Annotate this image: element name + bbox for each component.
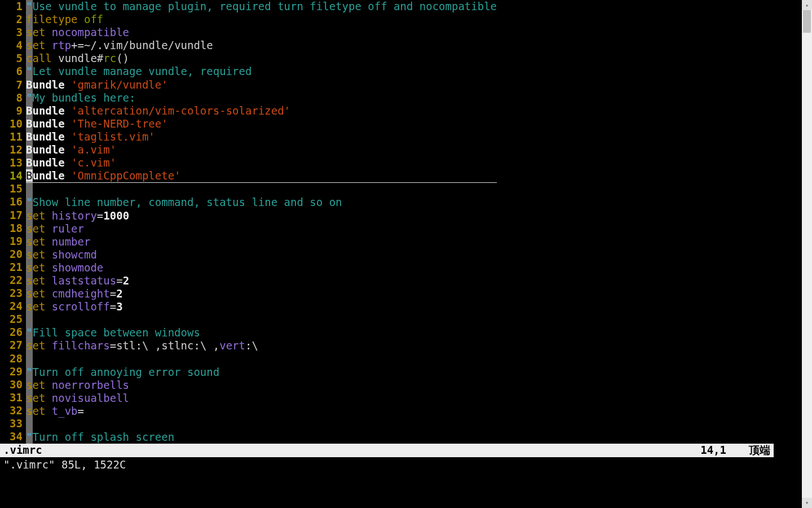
code-line[interactable]: set t_vb= bbox=[26, 405, 497, 418]
token-text bbox=[65, 143, 71, 156]
line-number: 10 bbox=[0, 117, 26, 130]
code-line[interactable]: "Show line number, command, status line … bbox=[26, 196, 497, 209]
editor-viewport[interactable]: 1234567891011121314151617181920212223242… bbox=[0, 0, 774, 508]
code-line[interactable]: "Fill space between windows bbox=[26, 326, 497, 339]
token-white: Bundle bbox=[26, 104, 65, 117]
code-line[interactable] bbox=[26, 313, 497, 326]
token-white: Bundle bbox=[26, 156, 65, 169]
code-line[interactable]: "Turn off splash screen bbox=[26, 431, 497, 444]
token-comment: Turn off annoying error sound bbox=[32, 366, 219, 378]
token-key: set bbox=[26, 392, 45, 404]
code-line[interactable] bbox=[26, 418, 497, 431]
code-line[interactable]: call vundle#rc() bbox=[26, 52, 497, 65]
token-quote: " bbox=[26, 366, 32, 378]
line-number: 13 bbox=[0, 156, 26, 169]
code-line[interactable]: Bundle 'OmniCppComplete'B bbox=[26, 169, 497, 183]
token-text bbox=[65, 169, 71, 182]
code-line[interactable]: set showmode bbox=[26, 261, 497, 274]
token-text: = bbox=[97, 209, 103, 222]
token-text bbox=[78, 13, 84, 25]
line-number: 14 bbox=[0, 169, 26, 182]
token-key: set bbox=[26, 274, 45, 287]
code-line[interactable] bbox=[26, 353, 497, 366]
token-key: set bbox=[26, 222, 45, 235]
token-text: = bbox=[110, 300, 116, 313]
line-number: 30 bbox=[0, 378, 26, 391]
code-line[interactable]: set ruler bbox=[26, 222, 497, 235]
code-line[interactable]: "My bundles here: bbox=[26, 91, 497, 104]
scroll-down-button[interactable]: ▾ bbox=[802, 498, 812, 508]
vertical-scrollbar[interactable]: ▴ ▾ bbox=[802, 0, 812, 508]
line-number: 8 bbox=[0, 91, 26, 104]
code-line[interactable]: set history=1000 bbox=[26, 209, 497, 222]
code-line[interactable]: Bundle 'gmarik/vundle' bbox=[26, 78, 497, 91]
token-text bbox=[45, 274, 51, 287]
token-text bbox=[45, 248, 51, 261]
code-line[interactable]: set fillchars=stl:\ ,stlnc:\ ,vert:\ bbox=[26, 339, 497, 352]
code-line[interactable]: Bundle 'altercation/vim-colors-solarized… bbox=[26, 104, 497, 117]
token-green: rc bbox=[103, 52, 116, 64]
line-number: 26 bbox=[0, 326, 26, 339]
token-text bbox=[65, 104, 71, 117]
line-number: 27 bbox=[0, 339, 26, 352]
token-text bbox=[45, 405, 51, 417]
code-line[interactable]: "Let vundle manage vundle, required bbox=[26, 65, 497, 78]
token-text: :\ bbox=[245, 339, 264, 352]
code-line[interactable]: Bundle 'taglist.vim' bbox=[26, 130, 497, 143]
token-white: Bundle bbox=[26, 78, 65, 91]
code-line[interactable]: set noerrorbells bbox=[26, 379, 497, 392]
token-text bbox=[65, 156, 71, 169]
token-key: set bbox=[26, 287, 45, 300]
token-key: set bbox=[26, 39, 45, 51]
code-line[interactable]: Bundle 'c.vim' bbox=[26, 156, 497, 169]
scrollbar-track[interactable] bbox=[802, 10, 812, 498]
command-line[interactable]: ".vimrc" 85L, 1522C bbox=[0, 457, 774, 508]
token-string: 'gmarik/vundle' bbox=[71, 78, 168, 91]
token-opt: history bbox=[52, 209, 97, 222]
token-opt: number bbox=[52, 235, 91, 248]
code-line[interactable]: Bundle 'a.vim' bbox=[26, 143, 497, 156]
token-text bbox=[45, 379, 51, 391]
line-number: 1 bbox=[0, 0, 26, 13]
code-line[interactable]: filetype off bbox=[26, 13, 497, 26]
code-line[interactable] bbox=[26, 183, 497, 196]
line-number: 2 bbox=[0, 13, 26, 26]
token-comment: My bundles here: bbox=[32, 91, 135, 104]
scrollbar-thumb[interactable] bbox=[803, 10, 811, 33]
token-string: 'taglist.vim' bbox=[71, 130, 155, 143]
token-key: set bbox=[26, 248, 45, 261]
token-text: = bbox=[116, 274, 122, 287]
code-line[interactable]: set novisualbell bbox=[26, 392, 497, 405]
token-opt: showmode bbox=[52, 261, 104, 274]
token-text bbox=[45, 39, 51, 51]
code-line[interactable]: set laststatus=2 bbox=[26, 274, 497, 287]
code-line[interactable]: set rtp+=~/.vim/bundle/vundle bbox=[26, 39, 497, 52]
token-quote: " bbox=[26, 65, 32, 77]
code-line[interactable]: set number bbox=[26, 235, 497, 248]
code-line[interactable]: Bundle 'The-NERD-tree' bbox=[26, 117, 497, 130]
token-text bbox=[45, 222, 51, 235]
code-area[interactable]: "Use vundle to manage plugin, required t… bbox=[26, 0, 497, 444]
code-line[interactable]: set nocompatible bbox=[26, 26, 497, 39]
token-opt: ruler bbox=[52, 222, 84, 235]
code-line[interactable]: set showcmd bbox=[26, 248, 497, 261]
scroll-up-button[interactable]: ▴ bbox=[802, 0, 812, 10]
code-line[interactable]: "Use vundle to manage plugin, required t… bbox=[26, 0, 497, 13]
text-cursor: B bbox=[26, 169, 33, 182]
line-number: 18 bbox=[0, 222, 26, 235]
line-number: 7 bbox=[0, 78, 26, 91]
status-line: .vimrc 14,1 顶端 bbox=[0, 444, 774, 457]
line-number: 24 bbox=[0, 300, 26, 313]
token-text bbox=[45, 287, 51, 300]
code-line[interactable]: set scrolloff=3 bbox=[26, 300, 497, 313]
token-text: () bbox=[116, 52, 129, 64]
token-white: 1000 bbox=[103, 209, 129, 222]
token-string: 'OmniCppComplete' bbox=[71, 169, 180, 182]
token-quote: " bbox=[26, 196, 32, 208]
token-key: call bbox=[26, 52, 52, 64]
token-key: set bbox=[26, 261, 45, 274]
token-key: set bbox=[26, 235, 45, 248]
code-line[interactable]: "Turn off annoying error sound bbox=[26, 366, 497, 379]
line-number: 11 bbox=[0, 130, 26, 143]
code-line[interactable]: set cmdheight=2 bbox=[26, 287, 497, 300]
